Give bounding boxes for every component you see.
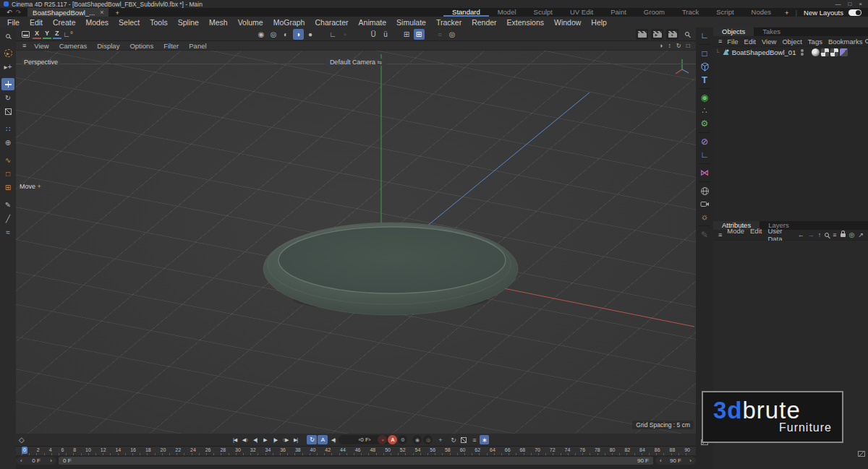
point-pen-button[interactable]: □ xyxy=(1,168,14,180)
preview-range-bar[interactable]: 0 F 90 F xyxy=(59,457,653,465)
axis-mode-button[interactable]: ∟ xyxy=(328,29,339,40)
objects-menu-item[interactable]: Edit xyxy=(741,38,759,46)
prev-key-button[interactable]: ◀○ xyxy=(240,435,250,444)
menu-item[interactable]: Modes xyxy=(81,18,114,27)
snap-grid-button[interactable]: ⊞ xyxy=(414,29,425,40)
texture-tag-icon[interactable] xyxy=(821,48,829,56)
menu-item[interactable]: Tracker xyxy=(431,18,467,27)
animation-mode-button[interactable]: ● xyxy=(305,29,316,40)
frame-tick[interactable]: 60 xyxy=(460,447,466,454)
keyframe-mode-button[interactable]: A xyxy=(318,435,328,444)
frame-tick[interactable]: 16 xyxy=(130,447,136,454)
range-start-inc-icon[interactable]: › xyxy=(50,457,52,464)
next-frame-button[interactable]: |▶ xyxy=(271,435,280,444)
close-icon[interactable]: × xyxy=(859,1,862,7)
deformer-axis-icon[interactable]: ∟ xyxy=(697,148,712,161)
object-mode-button[interactable]: ◎ xyxy=(268,29,279,40)
menu-item[interactable]: File xyxy=(2,18,25,27)
viewport-menu-item[interactable]: Filter xyxy=(158,42,184,50)
record-position-toggle[interactable]: + xyxy=(435,435,445,444)
frame-tick[interactable]: 36 xyxy=(280,447,286,454)
lock-icon[interactable] xyxy=(841,231,846,238)
frame-tick[interactable]: 56 xyxy=(430,447,435,454)
frame-tick[interactable]: 42 xyxy=(325,447,331,454)
frame-tick[interactable]: 58 xyxy=(445,447,451,454)
objects-menu-item[interactable]: Tags xyxy=(805,38,825,46)
minimize-icon[interactable]: — xyxy=(835,1,841,7)
workplane-button[interactable]: ▫ xyxy=(340,29,351,40)
menu-item[interactable]: Spline xyxy=(173,18,204,27)
attributes-search-icon[interactable] xyxy=(825,231,829,238)
menu-item[interactable]: Render xyxy=(467,18,501,27)
phong-tag-icon[interactable] xyxy=(812,48,820,56)
history-forward-icon[interactable]: → xyxy=(808,231,814,238)
frame-tick[interactable]: 68 xyxy=(519,447,525,454)
object-name[interactable]: BoatShapedBowl_01 xyxy=(732,48,796,56)
menu-item[interactable]: Help xyxy=(586,18,612,27)
redo-icon[interactable]: ↷ xyxy=(16,9,22,16)
frame-tick[interactable]: 54 xyxy=(415,447,421,454)
history-back-icon[interactable]: ← xyxy=(798,231,804,238)
frame-tick[interactable]: 70 xyxy=(535,447,540,454)
frame-tick[interactable]: 62 xyxy=(475,447,480,454)
record-scale-toggle[interactable] xyxy=(459,435,468,444)
attributes-filter-icon[interactable]: ≡ xyxy=(833,231,836,238)
range-start-spinner[interactable]: ‹ 0 F › xyxy=(16,457,56,465)
cloner-icon[interactable]: ∴ xyxy=(697,104,712,117)
coordinate-system-button[interactable]: ∟° xyxy=(63,29,74,40)
axis-center-button[interactable]: ü xyxy=(380,29,391,40)
layout-tab[interactable]: Groom xyxy=(635,8,673,17)
range-end-spinner[interactable]: ‹ 90 F › xyxy=(655,457,696,465)
axis-tool-icon[interactable]: ∟ xyxy=(697,29,712,42)
frame-tick[interactable]: 14 xyxy=(115,447,121,454)
make-editable-button[interactable] xyxy=(20,29,31,40)
objects-menu-icon[interactable]: ≡ xyxy=(716,38,724,45)
search-button[interactable] xyxy=(1,30,14,42)
spline-mask-icon[interactable]: ⊘ xyxy=(697,135,712,148)
keyframe-settings-button[interactable]: ⚙ xyxy=(398,435,407,444)
frame-tick[interactable]: 90 xyxy=(684,447,690,454)
objects-menu-item[interactable]: File xyxy=(724,38,741,46)
current-frame-value[interactable]: 0 F xyxy=(360,436,369,443)
maximize-view-icon[interactable]: □ xyxy=(686,42,690,49)
rotate-tool-button[interactable]: ↻ xyxy=(1,92,14,104)
goto-end-button[interactable]: ▶| xyxy=(291,435,300,444)
frame-tick[interactable]: 26 xyxy=(205,447,211,454)
subdivision-surface-icon[interactable]: ◉ xyxy=(697,91,712,104)
quantize-button[interactable]: ◎ xyxy=(447,29,458,40)
frame-tick[interactable]: 86 xyxy=(655,447,660,454)
display-mode-icon[interactable]: ◑ xyxy=(659,42,663,49)
frame-tick[interactable]: 74 xyxy=(565,447,571,454)
layout-tab[interactable]: Standard xyxy=(443,8,489,17)
rotate-view-icon[interactable]: ↻ xyxy=(676,42,681,49)
texture-tag-icon-2[interactable] xyxy=(830,48,838,56)
tweak-tool-button[interactable]: ▸+ xyxy=(1,61,14,73)
dynamic-guides-button[interactable]: ○ xyxy=(435,29,446,40)
range-end-dec-icon[interactable]: ‹ xyxy=(660,457,662,464)
viewport-menu-item[interactable]: Cameras xyxy=(54,42,93,50)
volume-builder-icon[interactable]: ⚙ xyxy=(697,117,712,130)
frame-tick[interactable]: 44 xyxy=(340,447,346,454)
projection-label[interactable]: Perspective xyxy=(22,59,60,66)
frame-tick[interactable]: 12 xyxy=(101,447,106,454)
uv-tag-icon[interactable] xyxy=(840,48,848,56)
loop-mode-button[interactable]: ↻ xyxy=(307,435,317,444)
light-object-icon[interactable]: ☼ xyxy=(697,210,712,223)
spline-primitive-icon[interactable]: □ xyxy=(697,47,712,60)
camera-object-icon[interactable] xyxy=(697,197,712,210)
brush-tool-button[interactable]: ✎ xyxy=(1,199,14,211)
menu-item[interactable]: Window xyxy=(549,18,586,27)
transform-center-button[interactable]: ⊕ xyxy=(1,137,14,149)
menu-item[interactable]: Animate xyxy=(354,18,392,27)
menu-item[interactable]: Tools xyxy=(145,18,173,27)
render-settings-button[interactable] xyxy=(666,29,678,40)
viewport-menu-item[interactable]: View xyxy=(29,42,54,50)
autokey-button[interactable]: A xyxy=(388,435,397,444)
sky-environment-icon[interactable] xyxy=(697,184,712,197)
range-start-value[interactable]: 0 F xyxy=(32,457,41,464)
x-axis-lock-button[interactable]: X xyxy=(33,30,41,39)
z-axis-lock-button[interactable]: Z xyxy=(53,30,61,39)
objects-panel-tab[interactable]: Objects xyxy=(713,27,754,36)
frame-tick[interactable]: 50 xyxy=(385,447,391,454)
prev-frame-button[interactable]: ◀| xyxy=(250,435,260,444)
